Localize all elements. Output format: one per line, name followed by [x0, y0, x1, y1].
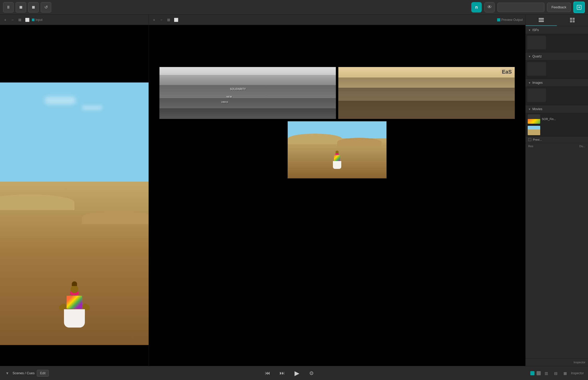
movie-thumb-2 [528, 126, 540, 135]
forward-button[interactable]: ⏭ [278, 369, 287, 378]
figure-head [70, 285, 78, 293]
preview-output-label: Preview Output [497, 18, 523, 22]
desert-small [288, 121, 386, 178]
composition-grid: SOLIDARITY NEW UMAS EaS [159, 67, 515, 329]
layout-btn-3[interactable]: ▦ [562, 370, 569, 376]
preview-label: Previ... [533, 138, 542, 141]
sidebar-inspector-label: Inspector [574, 361, 585, 364]
sidebar: ▼ ISFs ▼ Quartz [525, 15, 588, 366]
preview-checkbox-row: Previ... [526, 136, 588, 143]
coffin-scene: EaS [338, 67, 515, 119]
preview-output-checkbox[interactable] [497, 18, 500, 21]
movie-item-1[interactable]: SOR_Fin... [526, 113, 588, 125]
images-content [526, 87, 588, 105]
preview-checkbox[interactable] [528, 138, 531, 141]
coffin-cell: EaS [338, 67, 515, 119]
movie-thumb-1 [528, 114, 540, 124]
input-video-inner [0, 82, 149, 366]
right-zoom-in[interactable]: + [151, 17, 157, 22]
svg-rect-8 [570, 20, 572, 22]
isfs-title: ISFs [532, 28, 539, 32]
sidebar-section-quartz: ▼ Quartz [526, 52, 588, 79]
svg-rect-3 [539, 18, 544, 19]
scenes-collapse[interactable]: ▼ [4, 370, 10, 376]
quartz-header[interactable]: ▼ Quartz [526, 52, 588, 61]
bottom-right: ▥ ▤ ▦ Inspector [530, 370, 584, 376]
svg-rect-7 [573, 18, 575, 20]
left-panel-content [0, 25, 149, 366]
left-zoom-out[interactable]: − [10, 17, 15, 22]
right-zoom-out[interactable]: − [159, 17, 164, 22]
comp-row-bottom [159, 121, 515, 179]
right-fit[interactable]: ⊠ [166, 17, 171, 22]
sidebar-top-tabs [526, 15, 588, 26]
movie-label-1: SOR_Fin... [542, 117, 556, 121]
play-button[interactable]: ▶ [292, 369, 302, 378]
top-toolbar: ⏸ ⏹ ⏹ ↺ n 👁 Feedback [0, 0, 588, 15]
dur-label: Du... [579, 145, 585, 148]
stop-button-1[interactable]: ⏹ [16, 2, 26, 13]
svg-rect-6 [570, 18, 572, 20]
main-area: + − ⊠ ⬜ Input [0, 15, 588, 366]
isfs-thumbnails [526, 34, 588, 51]
movies-header[interactable]: ▼ Movies [526, 105, 588, 113]
svg-rect-9 [573, 20, 575, 22]
images-arrow: ▼ [528, 81, 531, 84]
right-panel: + − ⊠ ⬜ Preview Output [149, 15, 525, 366]
sidebar-tab-list[interactable] [526, 15, 557, 26]
record-button[interactable]: ↺ [41, 2, 51, 13]
sidebar-tab-grid[interactable] [557, 15, 588, 26]
sidebar-section-movies: ▼ Movies SOR_Fin... [526, 105, 588, 136]
preview-panels: + − ⊠ ⬜ Input [0, 15, 525, 366]
sidebar-section-isfs: ▼ ISFs [526, 26, 588, 52]
preview-area: + − ⊠ ⬜ Input [0, 15, 525, 366]
color-swatch-gray[interactable] [537, 371, 541, 375]
settings-button[interactable]: ⚙ [307, 369, 316, 378]
sidebar-section-images: ▼ Images [526, 79, 588, 105]
image-thumb-1[interactable] [527, 88, 546, 102]
left-expand[interactable]: ⬜ [25, 17, 30, 22]
left-zoom-in[interactable]: + [3, 17, 8, 22]
input-video-frame [0, 82, 149, 366]
quartz-title: Quartz [532, 55, 542, 58]
quartz-content [526, 61, 588, 79]
quartz-arrow: ▼ [528, 55, 531, 58]
quartz-thumb-1[interactable] [527, 62, 546, 76]
movies-arrow: ▼ [528, 108, 531, 111]
isfs-content [526, 34, 588, 52]
layout-btn-2[interactable]: ▤ [552, 370, 560, 376]
rewind-button[interactable]: ⏮ [263, 369, 272, 378]
images-header[interactable]: ▼ Images [526, 79, 588, 87]
isfs-header[interactable]: ▼ ISFs [526, 26, 588, 34]
comp-row-top: SOLIDARITY NEW UMAS EaS [159, 67, 515, 119]
stop-button-2[interactable]: ⏹ [28, 2, 39, 13]
feedback-button[interactable]: Feedback [547, 3, 571, 12]
images-thumbnails [526, 87, 588, 104]
edit-button[interactable]: Edit [37, 370, 49, 377]
logo-button[interactable]: n [471, 2, 482, 13]
eye-button[interactable]: 👁 [484, 2, 495, 13]
left-fit[interactable]: ⊠ [17, 17, 22, 22]
right-panel-toolbar: + − ⊠ ⬜ Preview Output [149, 15, 525, 25]
input-dot [32, 19, 34, 21]
left-panel: + − ⊠ ⬜ Input [0, 15, 149, 366]
movies-title: Movies [532, 107, 542, 111]
protest-cell: SOLIDARITY NEW UMAS [159, 67, 336, 119]
source-dropdown[interactable] [497, 3, 544, 12]
pause-button[interactable]: ⏸ [3, 2, 14, 13]
figure-arms [59, 304, 90, 312]
right-expand[interactable]: ⬜ [173, 17, 179, 22]
layout-btn-1[interactable]: ▥ [543, 370, 550, 376]
svg-rect-4 [539, 20, 544, 20]
bottom-left: ▼ Scenes / Cues Edit [4, 370, 49, 377]
east-sign: EaS [500, 68, 513, 75]
movie-item-2[interactable] [526, 125, 588, 136]
bottom-inspector-label: Inspector [571, 371, 584, 375]
isf-thumb-1[interactable] [527, 36, 546, 49]
bottom-bar: ▼ Scenes / Cues Edit ⏮ ⏭ ▶ ⚙ ▥ ▤ ▦ Inspe… [0, 366, 588, 380]
movies-content: SOR_Fin... [526, 113, 588, 136]
res-label: Res [528, 145, 533, 148]
export-button[interactable] [573, 2, 585, 13]
color-swatch-teal[interactable] [530, 371, 534, 375]
res-row: Res Du... [526, 143, 588, 149]
